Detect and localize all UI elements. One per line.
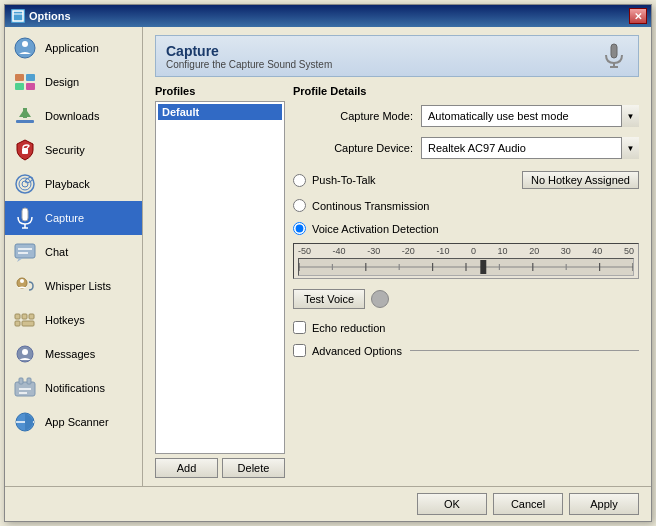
voice-activation-radio[interactable] <box>293 222 306 235</box>
sidebar-item-downloads-label: Downloads <box>45 110 99 122</box>
svg-rect-8 <box>16 120 34 123</box>
hotkeys-icon <box>13 308 37 332</box>
apply-button[interactable]: Apply <box>569 493 639 515</box>
svg-rect-25 <box>15 314 20 319</box>
continuous-radio[interactable] <box>293 199 306 212</box>
capture-device-select-wrapper: Realtek AC97 Audio ▼ <box>421 137 639 159</box>
scanner-icon <box>13 410 37 434</box>
svg-rect-5 <box>26 74 35 81</box>
svg-rect-16 <box>22 208 28 221</box>
svg-rect-19 <box>15 244 35 258</box>
sidebar-item-design-label: Design <box>45 76 79 88</box>
slider-ticks <box>299 259 633 275</box>
svg-rect-29 <box>22 321 34 326</box>
echo-reduction-checkbox[interactable] <box>293 321 306 334</box>
continuous-row: Continous Transmission <box>293 197 639 214</box>
advanced-options-label: Advanced Options <box>312 345 402 357</box>
panel-subtitle: Configure the Capture Sound System <box>166 59 332 70</box>
delete-profile-button[interactable]: Delete <box>222 458 285 478</box>
capture-device-select[interactable]: Realtek AC97 Audio <box>421 137 639 159</box>
sidebar-item-security-label: Security <box>45 144 85 156</box>
cancel-button[interactable]: Cancel <box>493 493 563 515</box>
capture-mode-select[interactable]: Automatically use best modeDirect SoundW… <box>421 105 639 127</box>
svg-rect-54 <box>480 260 486 274</box>
window-icon <box>11 9 25 23</box>
svg-rect-7 <box>26 83 35 90</box>
sidebar-item-whisper-lists[interactable]: Whisper Lists <box>5 269 142 303</box>
sidebar-item-security[interactable]: Security <box>5 133 142 167</box>
voice-activation-label: Voice Activation Detection <box>312 223 439 235</box>
capture-mode-select-wrapper: Automatically use best modeDirect SoundW… <box>421 105 639 127</box>
ok-button[interactable]: OK <box>417 493 487 515</box>
sidebar-item-design[interactable]: Design <box>5 65 142 99</box>
svg-rect-11 <box>22 148 28 154</box>
downloads-icon <box>13 104 37 128</box>
sidebar-item-playback[interactable]: Playback <box>5 167 142 201</box>
sidebar-item-whisper-label: Whisper Lists <box>45 280 111 292</box>
sidebar-item-downloads[interactable]: Downloads <box>5 99 142 133</box>
sound-indicator <box>371 290 389 308</box>
panel-title: Capture <box>166 43 332 59</box>
panel-header-left: Capture Configure the Capture Sound Syst… <box>166 43 332 70</box>
voice-slider-container: -50 -40 -30 -20 -10 0 10 20 30 40 50 <box>293 243 639 279</box>
capture-device-label: Capture Device: <box>293 142 413 154</box>
main-panel: Capture Configure the Capture Sound Syst… <box>143 27 651 486</box>
sidebar-item-hotkeys-label: Hotkeys <box>45 314 85 326</box>
chat-icon <box>13 240 37 264</box>
sidebar-item-chat[interactable]: Chat <box>5 235 142 269</box>
capture-mode-row: Capture Mode: Automatically use best mod… <box>293 105 639 127</box>
continuous-label: Continous Transmission <box>312 200 429 212</box>
sidebar-item-messages[interactable]: Messages <box>5 337 142 371</box>
panel-header: Capture Configure the Capture Sound Syst… <box>155 35 639 77</box>
svg-rect-39 <box>611 44 617 58</box>
svg-marker-20 <box>17 258 23 262</box>
sidebar-item-application-label: Application <box>45 42 99 54</box>
slider-labels: -50 -40 -30 -20 -10 0 10 20 30 40 50 <box>298 246 634 256</box>
svg-point-3 <box>22 41 28 47</box>
svg-rect-27 <box>29 314 34 319</box>
sidebar-item-hotkeys[interactable]: Hotkeys <box>5 303 142 337</box>
test-voice-button[interactable]: Test Voice <box>293 289 365 309</box>
profiles-panel: Profiles Default Add Delete <box>155 85 285 478</box>
notifications-icon <box>13 376 37 400</box>
capture-device-row: Capture Device: Realtek AC97 Audio ▼ <box>293 137 639 159</box>
details-label: Profile Details <box>293 85 639 97</box>
profile-item-default[interactable]: Default <box>158 104 282 120</box>
capture-icon <box>13 206 37 230</box>
advanced-options-label-row: Advanced Options <box>312 345 639 357</box>
sidebar-item-app-scanner[interactable]: App Scanner <box>5 405 142 439</box>
push-to-talk-label: Push-To-Talk <box>312 174 376 186</box>
microphone-icon <box>600 42 628 70</box>
svg-point-24 <box>20 279 24 283</box>
details-panel: Profile Details Capture Mode: Automatica… <box>293 85 639 478</box>
sidebar-item-messages-label: Messages <box>45 348 95 360</box>
svg-rect-10 <box>23 108 27 118</box>
svg-point-31 <box>22 349 28 355</box>
sidebar-item-notifications[interactable]: Notifications <box>5 371 142 405</box>
push-to-talk-row: Push-To-Talk No Hotkey Assigned <box>293 169 639 191</box>
test-voice-row: Test Voice <box>293 289 639 309</box>
push-to-talk-radio[interactable] <box>293 174 306 187</box>
close-button[interactable]: ✕ <box>629 8 647 24</box>
no-hotkey-button[interactable]: No Hotkey Assigned <box>522 171 639 189</box>
svg-rect-6 <box>15 83 24 90</box>
title-bar: Options ✕ <box>5 5 651 27</box>
svg-rect-33 <box>19 378 23 384</box>
svg-rect-4 <box>15 74 24 81</box>
security-icon <box>13 138 37 162</box>
bottom-bar: OK Cancel Apply <box>5 486 651 521</box>
sidebar-item-capture-label: Capture <box>45 212 84 224</box>
add-profile-button[interactable]: Add <box>155 458 218 478</box>
sidebar-item-capture[interactable]: Capture <box>5 201 142 235</box>
svg-rect-34 <box>27 378 31 384</box>
svg-point-13 <box>19 178 31 190</box>
sidebar-item-chat-label: Chat <box>45 246 68 258</box>
options-window: Options ✕ Application <box>4 4 652 522</box>
profiles-list: Default <box>155 101 285 454</box>
profiles-label: Profiles <box>155 85 285 97</box>
advanced-options-checkbox[interactable] <box>293 344 306 357</box>
profiles-buttons: Add Delete <box>155 458 285 478</box>
slider-track <box>298 258 634 276</box>
sidebar-item-application[interactable]: Application <box>5 31 142 65</box>
two-col-layout: Profiles Default Add Delete Profile Deta… <box>155 85 639 478</box>
